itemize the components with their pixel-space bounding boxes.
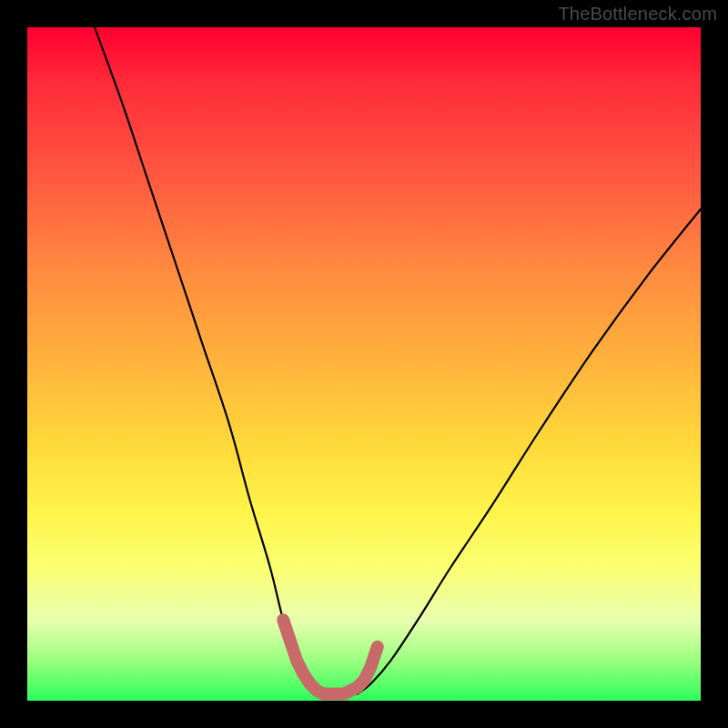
- curve-right-path: [358, 209, 701, 694]
- watermark-text: TheBottleneck.com: [558, 4, 717, 25]
- chart-frame: TheBottleneck.com: [0, 0, 728, 728]
- bottleneck-curve-svg: [27, 27, 701, 701]
- plot-area: [27, 27, 701, 701]
- curve-left-path: [95, 27, 317, 694]
- curve-group: [95, 27, 701, 694]
- marker-cluster-path: [283, 620, 378, 693]
